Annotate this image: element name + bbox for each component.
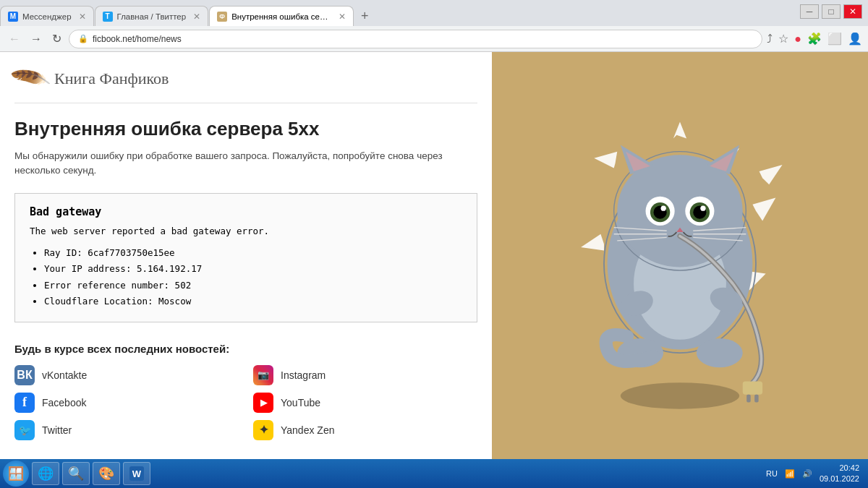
- social-item-youtube[interactable]: ▶ YouTube: [253, 393, 477, 413]
- tab-twitter-close[interactable]: ✕: [193, 12, 200, 22]
- error-details-list: Ray ID: 6caf7703750e15ee Your IP address…: [30, 245, 462, 310]
- tab-twitter[interactable]: T Главная / Твиттер ✕: [95, 6, 209, 26]
- search-taskbar-icon: 🔍: [69, 466, 83, 481]
- extensions-icon[interactable]: 🧩: [807, 32, 822, 46]
- svg-rect-34: [746, 394, 750, 402]
- error-box-desc: The web server reported a bad gateway er…: [30, 226, 462, 236]
- svg-point-25: [700, 205, 705, 210]
- minimize-button[interactable]: ─: [800, 4, 819, 19]
- yandex-zen-icon: ✦: [253, 420, 273, 440]
- taskbar-time: 20:42: [820, 463, 859, 474]
- vkontakte-label: vKontakte: [42, 369, 87, 381]
- instagram-label: Instagram: [281, 369, 326, 381]
- error-box-title: Bad gateway: [30, 205, 462, 218]
- svg-point-0: [621, 382, 739, 409]
- svg-marker-1: [673, 121, 686, 138]
- paint-taskbar-icon: 🎨: [99, 466, 114, 481]
- right-panel: [492, 52, 868, 488]
- browser-header: M Мессенджер ✕ T Главная / Твиттер ✕ Ф В…: [0, 0, 868, 52]
- site-title: Книга Фанфиков: [54, 69, 169, 88]
- social-heading: Будь в курсе всех последних новостей:: [14, 343, 477, 355]
- taskbar-sound-icon: 🔊: [802, 469, 812, 479]
- cat-illustration: [542, 119, 817, 422]
- site-logo: 🪶 Книга Фанфиков: [14, 52, 477, 103]
- tab-messenger-label: Мессенджер: [22, 12, 72, 21]
- taskbar-time-block: 20:42 09.01.2022: [820, 463, 859, 485]
- new-tab-button[interactable]: +: [354, 6, 375, 26]
- maximize-button[interactable]: □: [822, 4, 841, 19]
- tab-ficbook-label: Внутренняя ошибка сервера |: [231, 12, 331, 21]
- error-description: Мы обнаружили ошибку при обработке вашег…: [14, 149, 477, 179]
- url-text: ficbook.net/home/news: [93, 34, 182, 44]
- chrome-taskbar-icon: 🌐: [38, 466, 53, 481]
- forward-button[interactable]: →: [27, 31, 45, 47]
- error-detail-ray: Ray ID: 6caf7703750e15ee: [44, 245, 462, 262]
- error-detail-location: Cloudflare Location: Moscow: [44, 294, 462, 310]
- bookmark-icon[interactable]: ☆: [778, 32, 788, 46]
- vkontakte-icon: ВК: [14, 365, 35, 385]
- error-heading: Внутренняя ошибка сервера 5хх: [14, 118, 477, 140]
- split-view-icon[interactable]: ⬜: [827, 32, 842, 46]
- profile-icon[interactable]: 👤: [848, 32, 862, 46]
- taskbar-chrome[interactable]: 🌐: [32, 462, 59, 485]
- taskbar-network-icon: 📶: [785, 469, 795, 479]
- tab-twitter-label: Главная / Твиттер: [117, 12, 187, 21]
- lock-icon: 🔒: [78, 34, 88, 43]
- tab-ficbook[interactable]: Ф Внутренняя ошибка сервера | ✕: [209, 6, 354, 26]
- error-detail-ip: Your IP address: 5.164.192.17: [44, 261, 462, 278]
- error-box: Bad gateway The web server reported a ba…: [14, 193, 477, 322]
- twitter-icon: 🐦: [14, 420, 35, 440]
- word-taskbar-icon: W: [129, 466, 144, 481]
- window-controls: ─ □ ✕: [800, 4, 862, 19]
- taskbar-word[interactable]: W: [123, 462, 150, 485]
- taskbar-date: 09.01.2022: [820, 474, 859, 484]
- svg-rect-33: [743, 381, 762, 394]
- svg-rect-35: [754, 394, 758, 402]
- taskbar-lang: RU: [766, 469, 778, 478]
- social-item-facebook[interactable]: f Facebook: [14, 393, 239, 413]
- back-button[interactable]: ←: [6, 31, 23, 47]
- yandex-zen-label: Yandex Zen: [281, 424, 334, 436]
- page-content: 🪶 Книга Фанфиков Внутренняя ошибка серве…: [0, 52, 868, 488]
- reload-button[interactable]: ↻: [49, 30, 64, 47]
- instagram-icon: 📷: [253, 365, 273, 385]
- taskbar-search[interactable]: 🔍: [62, 462, 90, 485]
- address-bar: ← → ↻ 🔒 ficbook.net/home/news ⤴ ☆ ● 🧩 ⬜ …: [0, 26, 868, 52]
- browser-actions: ⤴ ☆ ● 🧩 ⬜ 👤: [767, 32, 862, 46]
- left-panel: 🪶 Книга Фанфиков Внутренняя ошибка серве…: [0, 52, 492, 488]
- social-item-instagram[interactable]: 📷 Instagram: [253, 365, 477, 385]
- social-grid: ВК vKontakte 📷 Instagram f Facebook ▶ Yo…: [14, 365, 477, 440]
- close-button[interactable]: ✕: [843, 4, 862, 19]
- tab-messenger[interactable]: M Мессенджер ✕: [0, 6, 94, 26]
- cat-svg: [542, 119, 817, 422]
- feather-icon: 🪶: [9, 58, 53, 100]
- social-item-twitter[interactable]: 🐦 Twitter: [14, 420, 239, 440]
- svg-point-24: [661, 205, 666, 210]
- twitter-label: Twitter: [42, 424, 72, 436]
- opera-icon[interactable]: ●: [794, 33, 801, 46]
- start-button[interactable]: 🪟: [3, 461, 29, 487]
- social-item-vkontakte[interactable]: ВК vKontakte: [14, 365, 239, 385]
- svg-marker-7: [594, 151, 617, 168]
- url-bar[interactable]: 🔒 ficbook.net/home/news: [69, 30, 762, 48]
- youtube-icon: ▶: [253, 393, 273, 413]
- facebook-icon: f: [14, 393, 35, 413]
- taskbar: 🪟 🌐 🔍 🎨 W RU 📶 🔊 20:42 09.01.2022: [0, 459, 868, 488]
- taskbar-right: RU 📶 🔊 20:42 09.01.2022: [766, 463, 865, 485]
- social-item-yandex-zen[interactable]: ✦ Yandex Zen: [253, 420, 477, 440]
- youtube-label: YouTube: [281, 397, 320, 408]
- svg-marker-6: [581, 234, 604, 250]
- svg-marker-8: [760, 164, 783, 184]
- svg-point-37: [697, 338, 743, 367]
- svg-marker-3: [752, 197, 775, 221]
- tab-messenger-close[interactable]: ✕: [79, 12, 86, 22]
- error-detail-ref: Error reference number: 502: [44, 278, 462, 294]
- facebook-label: Facebook: [42, 397, 86, 408]
- tab-bar: M Мессенджер ✕ T Главная / Твиттер ✕ Ф В…: [0, 0, 868, 26]
- share-icon[interactable]: ⤴: [767, 33, 773, 46]
- tab-ficbook-close[interactable]: ✕: [339, 12, 346, 22]
- taskbar-paint[interactable]: 🎨: [93, 462, 120, 485]
